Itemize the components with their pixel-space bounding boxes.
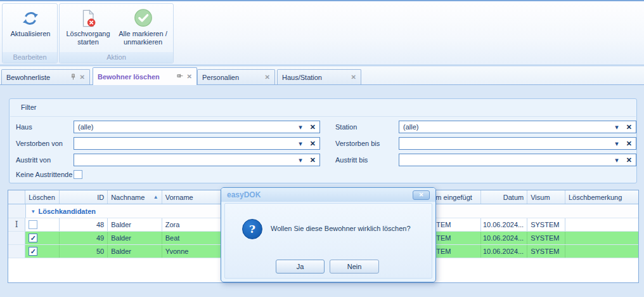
- column-header-id[interactable]: ID: [60, 190, 108, 204]
- tab-bewohnerliste[interactable]: Bewohnerliste ✕: [1, 69, 90, 84]
- chevron-down-icon[interactable]: ▾: [615, 157, 619, 164]
- row-indicator: I: [8, 218, 25, 231]
- row-indicator: [8, 245, 25, 258]
- chevron-down-icon[interactable]: ▾: [299, 157, 302, 164]
- pin-icon[interactable]: [70, 73, 77, 82]
- clear-icon[interactable]: ✕: [310, 140, 316, 147]
- haus-value: (alle): [78, 123, 299, 131]
- sort-ascending-icon: ▲: [153, 194, 158, 200]
- clear-icon[interactable]: ✕: [310, 124, 316, 131]
- loeschbemerkung-cell: [565, 245, 638, 258]
- clear-icon[interactable]: ✕: [310, 157, 316, 164]
- station-combobox[interactable]: (alle) ▾ ✕: [399, 121, 636, 133]
- filter-panel: Filter Haus (alle) ▾ ✕ Station (alle) ▾ …: [9, 98, 637, 183]
- row-indicator-header: [8, 190, 25, 204]
- filter-separator: [10, 116, 636, 117]
- id-cell: 49: [60, 232, 108, 244]
- text-cursor-icon: I: [15, 220, 18, 229]
- loeschen-cell: ✓: [25, 218, 60, 231]
- verstorben-bis-combobox[interactable]: ▾ ✕: [399, 137, 636, 150]
- check-icon: ✓: [30, 248, 36, 255]
- loeschvorgang-starten-button[interactable]: Löschvorgang starten: [61, 7, 115, 46]
- dialog-titlebar[interactable]: easyDOK ✕: [221, 188, 435, 202]
- column-header-loeschbemerkung[interactable]: Löschbemerkung: [565, 190, 638, 204]
- datum-cell: 10.06.2024...: [481, 245, 527, 258]
- tab-bewohner-loeschen[interactable]: Bewohner löschen ✕: [93, 67, 197, 85]
- id-cell: 50: [60, 245, 108, 258]
- row-checkbox[interactable]: ✓: [29, 234, 37, 242]
- visum-cell: SYSTEM: [527, 232, 565, 244]
- close-icon[interactable]: ✕: [351, 74, 356, 81]
- column-header-loeschen[interactable]: Löschen: [25, 190, 60, 204]
- id-cell: 48: [60, 218, 108, 231]
- loeschen-cell: ✓: [25, 232, 60, 244]
- ribbon-group-bearbeiten-label: Bearbeiten: [3, 52, 57, 63]
- nein-button[interactable]: Nein: [330, 260, 379, 274]
- close-icon[interactable]: ✕: [187, 73, 192, 80]
- aktualisieren-label: Aktualisieren: [11, 30, 51, 38]
- austritt-bis-label: Austritt bis: [335, 154, 368, 166]
- austritt-bis-combobox[interactable]: ▾ ✕: [399, 154, 636, 166]
- dialog-title: easyDOK: [227, 190, 261, 199]
- chevron-down-icon[interactable]: ▾: [299, 124, 302, 131]
- keine-austrittende-checkbox[interactable]: [74, 170, 82, 179]
- refresh-icon: [21, 7, 40, 30]
- chevron-down-icon[interactable]: ▾: [615, 124, 619, 131]
- chevron-down-icon[interactable]: ▾: [615, 140, 619, 147]
- verstorben-bis-label: Verstorben bis: [335, 137, 380, 150]
- ribbon-group-aktion: Löschvorgang starten Alle markieren / un…: [59, 3, 174, 63]
- row-indicator: [8, 204, 26, 218]
- group-label: Löschkandidaten: [39, 208, 96, 215]
- clear-icon[interactable]: ✕: [626, 157, 632, 164]
- close-icon[interactable]: ✕: [265, 74, 270, 81]
- tab-personalien[interactable]: Personalien ✕: [197, 69, 275, 84]
- tab-bar: Bewohnerliste ✕ Bewohner löschen ✕ Perso…: [0, 67, 644, 84]
- alle-markieren-button[interactable]: Alle markieren / unmarkieren: [113, 7, 173, 46]
- verstorben-von-label: Verstorben von: [16, 137, 63, 150]
- tab-haus-station[interactable]: Haus/Station ✕: [277, 69, 361, 84]
- loeschvorgang-starten-label: Löschvorgang starten: [61, 30, 115, 46]
- station-label: Station: [335, 121, 357, 133]
- datum-cell: 10.06.2024...: [481, 232, 527, 244]
- visum-cell: SYSTEM: [527, 245, 565, 258]
- loeschbemerkung-cell: [565, 232, 638, 244]
- column-header-nachname[interactable]: Nachname ▲: [108, 190, 162, 204]
- tab-haus-station-label: Haus/Station: [282, 74, 348, 81]
- row-checkbox[interactable]: ✓: [29, 247, 37, 256]
- nachname-cell: Balder: [108, 232, 162, 244]
- tab-personalien-label: Personalien: [202, 74, 262, 81]
- ribbon-group-aktion-label: Aktion: [60, 52, 173, 63]
- close-icon[interactable]: ✕: [413, 190, 430, 200]
- austritt-von-label: Austritt von: [16, 154, 51, 166]
- chevron-down-icon[interactable]: ▾: [299, 140, 302, 147]
- check-circle-icon: [133, 7, 153, 30]
- pin-icon[interactable]: [176, 72, 184, 81]
- group-collapse-icon[interactable]: ▾: [32, 208, 35, 214]
- haus-combobox[interactable]: (alle) ▾ ✕: [74, 121, 320, 133]
- delete-document-icon: [79, 7, 98, 30]
- ja-button[interactable]: Ja: [276, 260, 325, 274]
- ribbon: Aktualisieren Bearbeiten Löschvorgang st…: [0, 0, 644, 65]
- row-indicator: [8, 232, 25, 244]
- austritt-von-combobox[interactable]: ▾ ✕: [74, 154, 320, 166]
- verstorben-von-combobox[interactable]: ▾ ✕: [74, 137, 320, 150]
- ribbon-group-bearbeiten: Aktualisieren Bearbeiten: [2, 3, 58, 63]
- confirm-dialog: easyDOK ✕ ? Wollen Sie diese Bewohner wi…: [221, 187, 436, 282]
- aktualisieren-button[interactable]: Aktualisieren: [6, 7, 55, 38]
- tab-bewohner-loeschen-label: Bewohner löschen: [98, 73, 173, 81]
- column-header-visum[interactable]: Visum: [527, 190, 565, 204]
- datum-cell: 10.06.2024...: [481, 218, 527, 231]
- clear-icon[interactable]: ✕: [626, 124, 632, 131]
- nachname-cell: Balder: [108, 218, 162, 231]
- haus-label: Haus: [16, 121, 32, 133]
- column-header-datum[interactable]: Datum: [481, 190, 527, 204]
- check-icon: ✓: [30, 235, 36, 242]
- tab-bewohnerliste-label: Bewohnerliste: [6, 74, 67, 81]
- nachname-cell: Balder: [108, 245, 162, 258]
- row-checkbox[interactable]: ✓: [29, 220, 37, 229]
- close-icon[interactable]: ✕: [80, 74, 85, 81]
- dialog-body: [224, 203, 432, 279]
- clear-icon[interactable]: ✕: [626, 140, 632, 147]
- loeschbemerkung-cell: [565, 218, 638, 231]
- visum-cell: SYSTEM: [527, 218, 565, 231]
